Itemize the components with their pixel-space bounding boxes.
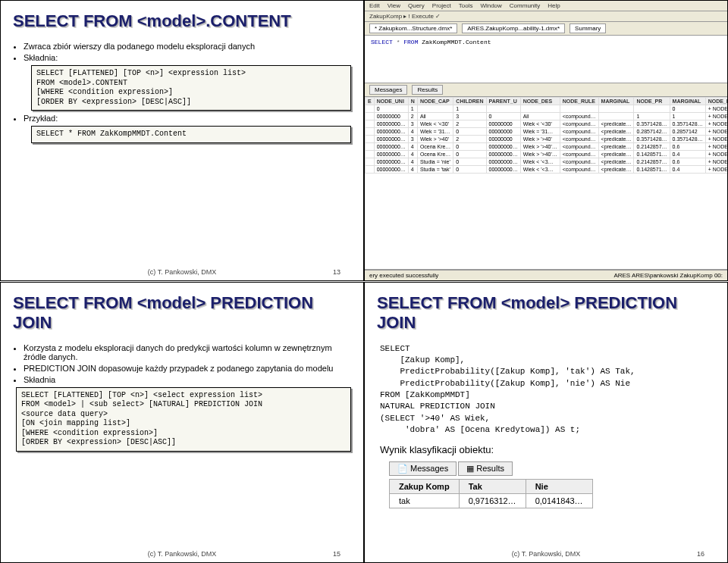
cell: Studia = 'tak' — [417, 166, 453, 174]
menu-bar[interactable]: Edit View Query Project Tools Window Com… — [365, 1, 727, 11]
col-header: MARGINAL — [598, 98, 634, 105]
cell: <compound… — [560, 113, 598, 120]
cell: <predicate… — [598, 166, 634, 174]
cell — [366, 136, 375, 143]
syntax-code: SELECT [FLATTENED] [TOP <n>] <select exp… — [16, 387, 351, 452]
results-grid[interactable]: ENODE_UNINNODE_CAPCHILDRENPARENT_UNODE_D… — [365, 97, 727, 270]
col-header: NODE_PR — [634, 98, 670, 105]
editor-tab[interactable]: ARES.ZakupKomp...ability-1.dmx* — [462, 23, 565, 33]
result-tabs[interactable]: 📄 Messages ▦ Results — [389, 461, 715, 476]
table-row: 00000000…4Ocena Kre…000000000…Wiek > '>4… — [366, 151, 728, 158]
bullet: PREDICTION JOIN dopasowuje każdy przypad… — [24, 364, 351, 373]
cell: <compound… — [560, 151, 598, 158]
cell: 1 — [453, 105, 486, 113]
cell — [366, 128, 375, 136]
bullet: Korzysta z modelu eksploracji danych do … — [24, 343, 351, 361]
menu-item[interactable]: Query — [408, 2, 425, 9]
cell: + NODE_DISTRIBUTION — [705, 151, 727, 158]
results-tab[interactable]: Results — [412, 85, 443, 95]
bullet-list: Korzysta z modelu eksploracji danych do … — [24, 343, 351, 384]
cell: <predicate… — [598, 128, 634, 136]
col-header: E — [366, 98, 375, 105]
messages-tab[interactable]: Messages — [369, 85, 407, 95]
status-bar: ery executed successfully ARES ARES\pank… — [365, 270, 727, 280]
cell — [366, 166, 375, 174]
table-row: 00000000…4Studia = 'tak'000000000…Wiek <… — [366, 166, 728, 174]
footer-text: (c) T. Pankowski, DMX — [512, 550, 580, 558]
cell — [598, 113, 634, 120]
menu-item[interactable]: View — [388, 2, 400, 9]
cell: 1 — [670, 113, 705, 120]
cell: <compound… — [560, 128, 598, 136]
toolbar[interactable]: ZakupKomp ▸ ! Execute ✓ — [365, 11, 727, 22]
query-editor[interactable]: SELECT * FROM ZakKompMMDT.Content — [365, 36, 727, 83]
syntax-code: SELECT [FLATTENED] [TOP <n>] <expression… — [31, 65, 351, 111]
col-header: NODE_CAP — [417, 98, 453, 105]
cell — [366, 143, 375, 151]
cell: Ocena Kre… — [417, 143, 453, 151]
col-header: NODE_DES — [520, 98, 560, 105]
example-code: SELECT * FROM ZakKompMMDT.Content — [31, 126, 351, 143]
cell: Wiek > '>40'… — [520, 143, 560, 151]
result-label: Wynik klasyfikacji obiektu: — [380, 444, 715, 455]
cell: <predicate… — [598, 151, 634, 158]
cell: 0 — [453, 151, 486, 158]
slide-15: SELECT FROM <model> PREDICTION JOIN Korz… — [0, 282, 364, 563]
page-number: 16 — [697, 550, 704, 558]
cell: 0.2857142 — [670, 128, 705, 136]
menu-item[interactable]: Window — [480, 2, 501, 9]
cell: 0 — [453, 128, 486, 136]
result-panel: 📄 Messages ▦ Results Zakup Komp Tak Nie … — [389, 461, 715, 508]
cell: 0 — [374, 105, 408, 113]
cell: 00000000 — [374, 113, 408, 120]
cell: 00000000… — [486, 166, 520, 174]
table-row: 00000000…4Studia = 'nie'000000000…Wiek <… — [366, 158, 728, 166]
slide-footer: (c) T. Pankowski, DMX 13 — [1, 268, 363, 276]
menu-item[interactable]: Help — [548, 2, 560, 9]
cell: <compound… — [560, 166, 598, 174]
cell: All — [417, 113, 453, 120]
cell: 3 — [408, 120, 417, 128]
cell: Ocena Kre… — [417, 151, 453, 158]
editor-tab[interactable]: * Zakupkom...Structure.dmx* — [369, 23, 457, 33]
cell: All — [520, 113, 560, 120]
result-tabs[interactable]: Messages Results — [365, 83, 727, 97]
col-header: CHILDREN — [453, 98, 486, 105]
col-header: NODE_RULE — [560, 98, 598, 105]
cell — [366, 120, 375, 128]
cell — [486, 105, 520, 113]
cell: + NODE_DISTRIBUTION — [705, 136, 727, 143]
ssms-window: Edit View Query Project Tools Window Com… — [365, 1, 727, 280]
cell: + NODE_DISTRIBUTION — [705, 128, 727, 136]
cell — [366, 158, 375, 166]
cell: + NODE_DISTRIBUTION — [705, 105, 727, 113]
bullet-list: Zwraca zbiór wierszy dla podanego modelu… — [24, 42, 351, 62]
menu-item[interactable]: Project — [432, 2, 451, 9]
cell: Wiek < '<3… — [520, 158, 560, 166]
cell: 0.6 — [670, 158, 705, 166]
slide-16: SELECT FROM <model> PREDICTION JOIN SELE… — [364, 282, 728, 563]
editor-tab[interactable]: Summary — [570, 23, 606, 33]
cell — [366, 113, 375, 120]
cell: 00000000… — [486, 151, 520, 158]
cell: 00000000… — [486, 143, 520, 151]
result-table: Zakup Komp Tak Nie tak 0,9716312… 0,0141… — [389, 479, 593, 508]
slide-title: SELECT FROM <model>.CONTENT — [13, 11, 351, 31]
menu-item[interactable]: Tools — [459, 2, 473, 9]
col-header: NODE_UNI — [374, 98, 408, 105]
table-row: 00000000…4Wiek = '31…000000000Wiek = '31… — [366, 128, 728, 136]
cell: 0 — [453, 158, 486, 166]
bullet: Składnia: — [24, 53, 351, 62]
cell — [598, 105, 634, 113]
col-header: N — [408, 98, 417, 105]
cell: Wiek < '<30' — [417, 120, 453, 128]
table-row: 00000000…4Ocena Kre…000000000…Wiek > '>4… — [366, 143, 728, 151]
cell: 2 — [408, 113, 417, 120]
results-tab[interactable]: ▦ Results — [458, 461, 513, 476]
cell: 0 — [670, 105, 705, 113]
cell: 0.1428571… — [634, 151, 670, 158]
editor-tabs[interactable]: * Zakupkom...Structure.dmx* ARES.ZakupKo… — [365, 22, 727, 36]
menu-item[interactable]: Edit — [369, 2, 380, 9]
messages-tab[interactable]: 📄 Messages — [389, 461, 457, 476]
menu-item[interactable]: Community — [510, 2, 540, 9]
